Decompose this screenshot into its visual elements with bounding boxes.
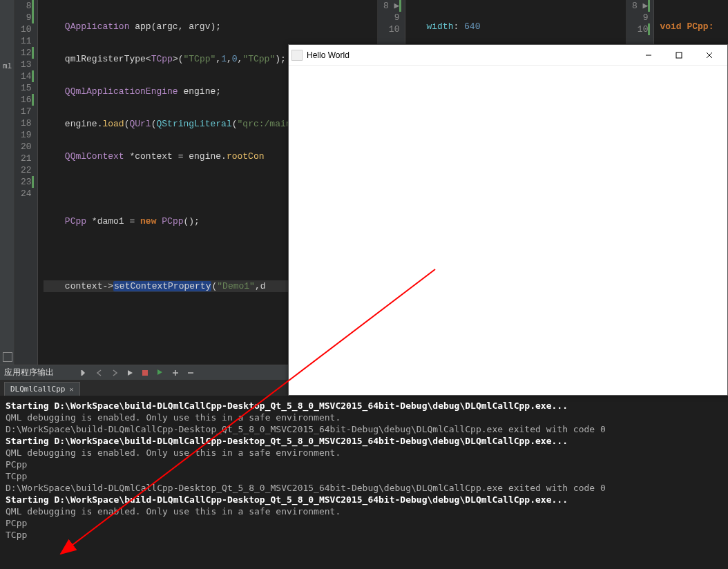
maximize-button[interactable] (664, 45, 694, 66)
code-token: 1 (221, 54, 227, 64)
code-token: setContextProperty (113, 281, 211, 291)
line-number: 23 (21, 176, 32, 188)
code-token: ,d (255, 281, 266, 291)
line-number: 17 (21, 106, 32, 117)
code-token: QQmlContext (65, 151, 124, 162)
editor-1-gutter: 89101112131415161718192021222324 (15, 0, 38, 365)
code-token: ( (232, 119, 238, 129)
code-token: QQmlApplicationEngine (65, 86, 178, 97)
console-line: TCpp (6, 529, 722, 541)
app-window-title: Hello World (307, 50, 633, 60)
output-tab-label: DLQmlCallCpp (10, 385, 65, 394)
console-line: TCpp (6, 470, 722, 482)
code-token: < (146, 54, 151, 64)
line-number: 22 (21, 164, 32, 176)
panel-toggle-icon[interactable] (3, 352, 12, 362)
code-token: qmlRegisterType (65, 54, 146, 64)
code-token: ( (151, 119, 157, 129)
code-token: width (426, 21, 453, 32)
toolbar-button-remove-icon[interactable] (185, 367, 196, 378)
line-number: 21 (21, 153, 32, 164)
code-token: *context = engine. (124, 151, 227, 162)
left-strip-label: ml (3, 62, 12, 70)
svg-rect-1 (142, 370, 148, 376)
output-tab[interactable]: DLQmlCallCpp ✕ (4, 382, 80, 396)
console-line: PCpp (6, 517, 722, 529)
code-token: engine; (178, 86, 221, 97)
code-token: PCpp (65, 216, 86, 226)
left-tab-strip: ml (0, 0, 15, 365)
code-token: "TCpp" (242, 54, 275, 64)
code-token: void PCpp: (660, 21, 713, 32)
console-line: D:\WorkSpace\build-DLQmlCallCpp-Desktop_… (6, 423, 722, 435)
code-token: ); (275, 54, 286, 64)
toolbar-button-add-icon[interactable] (170, 367, 181, 378)
code-token: QStringLiteral (157, 119, 232, 129)
console-line: Starting D:\WorkSpace\build-DLQmlCallCpp… (6, 435, 722, 447)
code-token: new (140, 216, 156, 226)
toolbar-button-prev-icon[interactable] (94, 367, 105, 378)
app-client-area[interactable] (289, 66, 727, 395)
code-token: 640 (464, 21, 480, 32)
code-token: QUrl (129, 119, 151, 129)
line-number: 8 ▶ (632, 0, 648, 12)
minimize-button[interactable] (633, 45, 664, 66)
toolbar-button-reset-icon[interactable] (79, 367, 90, 378)
app-titlebar[interactable]: Hello World (289, 45, 727, 66)
code-token: rootCon (227, 151, 265, 162)
line-number: 10 (383, 23, 399, 35)
console-line: QML debugging is enabled. Only use this … (6, 447, 722, 459)
code-token: load (102, 119, 124, 129)
console-line: Starting D:\WorkSpace\build-DLQmlCallCpp… (6, 494, 722, 505)
line-number: 14 (21, 70, 32, 82)
console-line: D:\WorkSpace\build-DLQmlCallCpp-Desktop_… (6, 482, 722, 494)
line-number: 24 (21, 188, 32, 200)
toolbar-button-next-icon[interactable] (109, 367, 120, 378)
console-line: PCpp (6, 459, 722, 470)
line-number: 9 (632, 12, 648, 23)
toolbar-button-stop-icon[interactable] (140, 367, 151, 378)
code-token: "Demo1" (217, 281, 255, 291)
line-number: 11 (21, 35, 32, 47)
code-token: : (453, 21, 464, 32)
code-token: , (215, 54, 221, 64)
line-number: 10 (632, 23, 648, 35)
app-icon (291, 50, 303, 61)
code-token: context-> (65, 281, 113, 291)
close-button[interactable] (694, 45, 725, 66)
toolbar-button-run-icon[interactable] (124, 367, 135, 378)
code-token: QApplication (65, 21, 130, 32)
code-token: engine. (65, 119, 103, 129)
toolbar-button-run-file-icon[interactable] (155, 367, 166, 378)
code-token: 0 (232, 54, 238, 64)
code-token: (); (184, 216, 200, 226)
console-line: QML debugging is enabled. Only use this … (6, 505, 722, 517)
running-app-window[interactable]: Hello World (288, 44, 728, 396)
line-number: 18 (21, 117, 32, 129)
code-token: PCpp (162, 216, 183, 226)
code-token: app(argc, argv); (129, 21, 221, 32)
console-line: Starting D:\WorkSpace\build-DLQmlCallCpp… (6, 400, 722, 412)
line-number: 20 (21, 141, 32, 153)
console-output[interactable]: Starting D:\WorkSpace\build-DLQmlCallCpp… (0, 396, 728, 569)
svg-rect-0 (81, 370, 82, 376)
line-number: 9 (21, 12, 32, 23)
line-number: 13 (21, 59, 32, 70)
code-token: , (227, 54, 232, 64)
code-token: TCpp (151, 54, 173, 64)
line-number: 8 ▶ (383, 0, 399, 12)
console-line: QML debugging is enabled. Only use this … (6, 412, 722, 423)
svg-rect-2 (676, 52, 682, 58)
code-token: *damo1 = (86, 216, 140, 226)
line-number: 8 (21, 0, 32, 12)
line-number: 19 (21, 129, 32, 141)
code-token: >( (173, 54, 184, 64)
code-token: "TCpp" (184, 54, 216, 64)
line-number: 15 (21, 82, 32, 94)
line-number: 9 (383, 12, 399, 23)
line-number: 16 (21, 94, 32, 106)
output-panel-title: 应用程序输出 (4, 367, 54, 378)
line-number: 12 (21, 47, 32, 59)
line-number: 10 (21, 23, 32, 35)
close-icon[interactable]: ✕ (69, 385, 73, 393)
